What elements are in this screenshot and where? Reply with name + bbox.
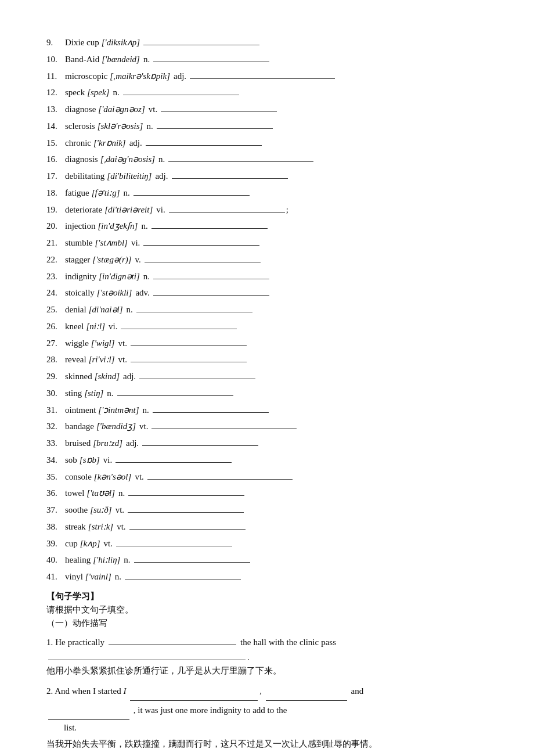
- pos: vi.: [156, 202, 165, 218]
- definition-blank[interactable]: [121, 321, 237, 329]
- definition-blank[interactable]: [129, 521, 246, 530]
- definition-blank[interactable]: [190, 71, 335, 79]
- definition-blank[interactable]: [128, 505, 244, 513]
- definition-blank[interactable]: [136, 304, 252, 312]
- word-text: Band-Aid: [65, 52, 99, 68]
- pos: n.: [124, 552, 130, 568]
- sentence-1-blank2[interactable]: [48, 652, 246, 660]
- phonetic: ['diksikʌp]: [102, 35, 140, 51]
- definition-blank[interactable]: [131, 354, 247, 362]
- definition-blank[interactable]: [161, 104, 277, 112]
- pos: vt.: [139, 419, 148, 435]
- word-num: 16.: [46, 152, 64, 168]
- definition-blank[interactable]: [139, 371, 255, 379]
- pos: n.: [143, 52, 150, 68]
- word-text: microscopic: [65, 69, 107, 85]
- phonetic: [ˌdaiəg'nəosis]: [100, 152, 155, 168]
- definition-blank[interactable]: [151, 221, 268, 229]
- sentence-2-rest: , it was just one more indignity to add …: [134, 705, 287, 715]
- vocab-item-34: 34. sob [sɒb] vi.: [46, 452, 488, 469]
- word-num: 20.: [46, 218, 64, 235]
- word-num: 15.: [46, 135, 64, 152]
- word-num: 22.: [46, 252, 64, 268]
- definition-blank[interactable]: [125, 571, 241, 579]
- definition-blank[interactable]: [123, 87, 239, 95]
- word-text: cup: [65, 536, 78, 552]
- phonetic: [ri'viːl]: [89, 352, 115, 368]
- word-num: 10.: [46, 52, 64, 68]
- vocab-item-10: 10. Band-Aid ['bændeid] n.: [46, 52, 488, 68]
- phonetic: ['bændeid]: [102, 52, 140, 68]
- word-num: 40.: [46, 552, 64, 568]
- sentence-1-practically: practically: [68, 633, 104, 651]
- word-num: 33.: [46, 435, 64, 452]
- pos: vt.: [149, 102, 157, 118]
- definition-blank[interactable]: [153, 271, 269, 279]
- pos: n.: [115, 569, 121, 585]
- definition-blank[interactable]: [131, 338, 247, 346]
- phonetic: ['stʌmbl]: [95, 235, 128, 251]
- phonetic: ['wigl]: [91, 336, 115, 352]
- sentence-2-row: 2. And when I started I , and: [46, 682, 488, 701]
- definition-blank[interactable]: [153, 54, 269, 62]
- definition-blank[interactable]: [143, 37, 259, 45]
- word-num: 21.: [46, 235, 64, 251]
- word-num: 36.: [46, 485, 64, 502]
- vocab-item-14: 14. sclerosis [sklə'rəosis] n.: [46, 118, 488, 135]
- definition-blank[interactable]: [145, 254, 261, 262]
- pos: n.: [143, 269, 150, 285]
- definition-blank[interactable]: [153, 287, 269, 296]
- vocab-item-32: 32. bandage ['bændidʒ] vt.: [46, 419, 488, 435]
- definition-blank[interactable]: [172, 171, 288, 179]
- definition-blank[interactable]: [143, 237, 259, 246]
- pos: vt.: [118, 352, 127, 368]
- definition-blank[interactable]: [142, 438, 258, 446]
- word-num: 28.: [46, 352, 64, 368]
- word-num: 32.: [46, 419, 64, 435]
- sentence-2-blank3[interactable]: [48, 712, 129, 720]
- word-text: bandage: [65, 419, 94, 435]
- vocab-item-40: 40. healing ['hiːliŋ] n.: [46, 552, 488, 568]
- definition-blank[interactable]: [157, 121, 273, 129]
- definition-blank[interactable]: [116, 538, 232, 546]
- pos: adj.: [155, 168, 168, 185]
- word-num: 31.: [46, 402, 64, 419]
- vocab-item-31: 31. ointment ['ɔintmənt] n.: [46, 402, 488, 419]
- word-num: 35.: [46, 469, 64, 485]
- word-num: 38.: [46, 519, 64, 535]
- phonetic: [sɒb]: [80, 452, 100, 469]
- definition-blank[interactable]: [168, 154, 313, 162]
- sentence-2-blank2[interactable]: [266, 693, 347, 701]
- definition-blank[interactable]: [128, 488, 244, 496]
- word-num: 19.: [46, 202, 64, 218]
- word-num: 29.: [46, 369, 64, 385]
- definition-blank[interactable]: [117, 388, 233, 396]
- word-num: 13.: [46, 102, 64, 118]
- definition-blank[interactable]: [147, 471, 293, 480]
- vocab-item-30: 30. sting [stiŋ] n.: [46, 386, 488, 402]
- pos: vi.: [131, 235, 140, 251]
- definition-blank[interactable]: [153, 405, 269, 413]
- definition-blank[interactable]: [169, 204, 285, 213]
- word-text: soothe: [65, 502, 88, 519]
- pos: vi.: [109, 319, 117, 335]
- definition-blank[interactable]: [146, 138, 262, 146]
- phonetic: [ˌmaikrə'skɒpik]: [110, 69, 170, 85]
- sentence-1-blank1[interactable]: [109, 637, 236, 645]
- vocab-item-39: 39. cup [kʌp] vt.: [46, 536, 488, 552]
- definition-blank[interactable]: [116, 455, 232, 463]
- definition-blank[interactable]: [134, 555, 250, 563]
- sentence-2-row2: , it was just one more indignity to add …: [46, 701, 488, 720]
- word-text: chronic: [65, 135, 91, 152]
- word-text: skinned: [65, 369, 92, 385]
- vocab-item-13: 13. diagnose ['daiəgnəoz] vt.: [46, 102, 488, 118]
- pos: n.: [146, 118, 153, 135]
- definition-blank[interactable]: [134, 188, 250, 196]
- word-text: sting: [65, 386, 82, 402]
- phonetic: ['taʊəl]: [86, 485, 115, 502]
- word-num: 27.: [46, 336, 64, 352]
- word-num: 9.: [46, 35, 64, 51]
- sentence-2-blank1[interactable]: [130, 693, 258, 701]
- definition-blank[interactable]: [151, 421, 297, 429]
- word-num: 23.: [46, 269, 64, 285]
